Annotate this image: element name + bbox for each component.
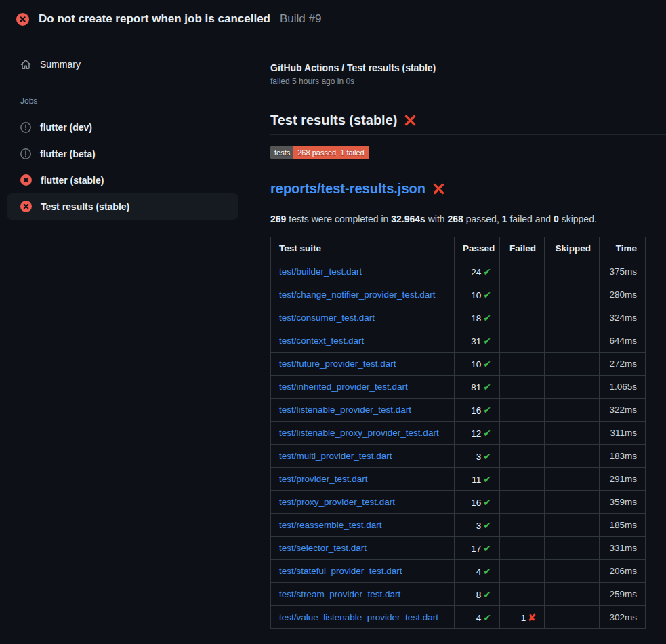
test-suite-link[interactable]: test/reassemble_test.dart [279,520,382,530]
check-icon: ✔ [483,589,491,600]
test-suite-link[interactable]: test/builder_test.dart [279,266,362,277]
column-header-test-suite: Test suite [271,237,455,260]
test-suite-cell: test/stateful_provider_test.dart [271,560,455,583]
table-row: test/inherited_provider_test.dart81✔1.06… [271,376,646,399]
column-header-failed: Failed [500,237,545,260]
divider [270,203,666,203]
time-cell: 259ms [600,583,646,606]
x-circle-icon [20,201,32,212]
job-item-label: flutter (beta) [40,148,96,159]
test-suite-cell: test/proxy_provider_test.dart [271,491,455,514]
table-row: test/reassemble_test.dart3✔185ms [271,514,646,537]
job-item-label: flutter (stable) [41,175,104,186]
test-suite-link[interactable]: test/consumer_test.dart [279,313,375,323]
table-row: test/future_provider_test.dart10✔272ms [271,353,646,376]
passed-cell: 17✔ [455,537,500,560]
test-suite-link[interactable]: test/change_notifier_provider_test.dart [279,289,435,300]
test-results-table: Test suitePassedFailedSkippedTime test/b… [270,237,646,629]
passed-cell: 24✔ [455,260,500,283]
test-suite-link[interactable]: test/listenable_proxy_provider_test.dart [279,428,439,438]
summary-total: 269 [270,214,286,224]
time-cell: 331ms [600,537,646,560]
failed-cell [500,468,545,491]
sidebar-job-item-2[interactable]: flutter (stable) [7,167,238,193]
check-icon: ✔ [483,359,491,369]
page-header: Do not create report when job is cancell… [0,0,666,38]
skipped-cell [545,353,600,376]
test-suite-cell: test/stream_provider_test.dart [271,583,455,606]
check-icon: ✔ [483,336,491,346]
table-row: test/consumer_test.dart18✔324ms [271,306,646,329]
sidebar-job-item-3[interactable]: Test results (stable) [7,193,238,220]
summary-text: skipped. [559,214,597,224]
failed-cell [500,329,545,353]
test-suite-link[interactable]: test/stream_provider_test.dart [279,589,400,599]
passed-cell: 81✔ [455,376,500,399]
table-row: test/listenable_provider_test.dart16✔322… [271,399,646,422]
failed-cell: 1✘ [500,606,545,629]
failed-cell [500,445,545,468]
main-content: GitHub Actions / Test results (stable) f… [257,38,666,629]
test-suite-cell: test/listenable_proxy_provider_test.dart [271,422,455,445]
report-heading[interactable]: reports/test-results.json [270,181,646,197]
test-suite-link[interactable]: test/proxy_provider_test.dart [279,497,395,507]
passed-cell: 18✔ [455,306,500,329]
sidebar-item-summary[interactable]: Summary [7,53,238,76]
test-suite-cell: test/listenable_provider_test.dart [271,399,455,422]
failed-cell [500,399,545,422]
test-suite-cell: test/future_provider_test.dart [271,353,455,376]
table-row: test/stateful_provider_test.dart4✔206ms [271,560,646,583]
time-cell: 1.065s [600,376,646,399]
badge-status: 268 passed, 1 failed [293,146,369,159]
table-row: test/multi_provider_test.dart3✔183ms [271,445,646,468]
skipped-cell [545,445,600,468]
test-suite-link[interactable]: test/inherited_provider_test.dart [279,382,408,392]
summary-text: tests were completed in [286,214,391,224]
sidebar-job-item-1[interactable]: flutter (beta) [7,140,238,167]
check-icon: ✔ [483,313,491,323]
job-item-label: flutter (dev) [40,122,92,133]
report-file-link[interactable]: reports/test-results.json [270,181,425,197]
table-row: test/builder_test.dart24✔375ms [271,260,646,283]
check-icon: ✔ [483,405,491,416]
failed-cell [500,491,545,514]
test-suite-link[interactable]: test/value_listenable_provider_test.dart [279,612,438,622]
summary-duration: 32.964s [391,214,425,224]
test-suite-cell: test/selector_test.dart [271,537,455,560]
test-suite-link[interactable]: test/listenable_provider_test.dart [279,405,411,415]
job-item-label: Test results (stable) [41,201,129,212]
summary-passed: 268 [448,214,463,224]
tests-badge: tests 268 passed, 1 failed [270,146,369,159]
table-row: test/context_test.dart31✔644ms [271,329,646,353]
failed-cell [500,260,545,283]
page-title: Do not create report when job is cancell… [39,12,270,26]
failed-cell [500,422,545,445]
table-row: test/change_notifier_provider_test.dart1… [271,283,646,306]
cross-mark-icon [404,114,417,127]
table-row: test/provider_test.dart11✔291ms [271,468,646,491]
check-icon: ✔ [483,497,491,508]
test-suite-link[interactable]: test/context_test.dart [279,336,364,346]
test-suite-cell: test/builder_test.dart [271,260,455,283]
check-icon: ✔ [483,266,491,277]
test-suite-cell: test/inherited_provider_test.dart [271,376,455,399]
test-suite-link[interactable]: test/future_provider_test.dart [279,359,396,369]
divider [270,100,666,100]
test-suite-link[interactable]: test/stateful_provider_test.dart [279,566,402,576]
sidebar-item-label: Summary [40,59,81,70]
jobs-section-label: Jobs [20,96,238,106]
check-icon: ✔ [483,382,491,393]
passed-cell: 10✔ [455,353,500,376]
test-suite-link[interactable]: test/multi_provider_test.dart [279,451,392,461]
passed-cell: 16✔ [455,399,500,422]
time-cell: 359ms [600,491,646,514]
check-icon: ✔ [483,428,491,439]
passed-cell: 10✔ [455,283,500,306]
sidebar-job-item-0[interactable]: flutter (dev) [7,114,238,140]
test-suite-link[interactable]: test/selector_test.dart [279,543,367,553]
test-suite-cell: test/provider_test.dart [271,468,455,491]
time-cell: 272ms [600,353,646,376]
test-suite-link[interactable]: test/provider_test.dart [279,474,368,484]
time-cell: 183ms [600,445,646,468]
summary-text: passed, [463,214,502,224]
